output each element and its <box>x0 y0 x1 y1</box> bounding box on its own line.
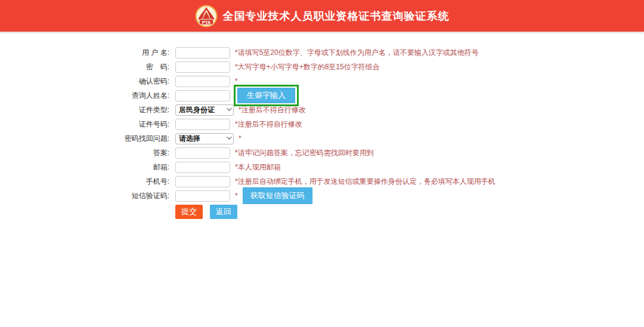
confirm-password-input[interactable] <box>175 76 230 87</box>
username-input[interactable] <box>175 47 230 58</box>
form-row-recovery-question: 密码找回问题: 请选择 * <box>0 131 644 146</box>
registration-form: 用 户 名: *请填写5至20位数字、字母或下划线作为用户名，请不要输入汉字或其… <box>0 45 644 218</box>
rare-character-input-button[interactable]: 生僻字输入 <box>237 88 295 103</box>
recovery-question-hint: * <box>239 134 242 143</box>
phone-label: 手机号: <box>0 177 172 187</box>
password-hint: *大写字母+小写字母+数字的8至15位字符组合 <box>235 62 380 72</box>
form-row-password: 密 码: *大写字母+小写字母+数字的8至15位字符组合 <box>0 60 644 74</box>
form-row-id-number: 证件号码: *注册后不得自行修改 <box>0 117 644 131</box>
email-hint: *本人现用邮箱 <box>235 162 281 172</box>
phone-hint: *注册后自动绑定手机，用于发送短信或重要操作身份认定，务必填写本人现用手机 <box>235 177 496 187</box>
username-hint: *请填写5至20位数字、字母或下划线作为用户名，请不要输入汉字或其他符号 <box>235 48 479 58</box>
recovery-question-selected-value: 请选择 <box>179 134 200 144</box>
query-name-label: 查询人姓名: <box>0 91 172 101</box>
answer-hint: *请牢记问题答案，忘记密码需找回时要用到 <box>235 148 374 158</box>
form-row-sms-code: 短信验证码: * 获取短信验证码 <box>0 189 644 203</box>
recovery-question-label: 密码找回问题: <box>0 134 172 144</box>
pta-logo-icon: PTA <box>195 5 218 27</box>
phone-input[interactable] <box>175 176 230 187</box>
answer-input[interactable] <box>175 147 230 159</box>
password-label: 密 码: <box>0 62 172 72</box>
confirm-password-hint: * <box>235 77 238 85</box>
sms-code-input[interactable] <box>175 190 230 202</box>
chevron-down-icon <box>227 106 231 110</box>
email-input[interactable] <box>175 162 230 173</box>
form-row-answer: 答案: *请牢记问题答案，忘记密码需找回时要用到 <box>0 146 644 160</box>
id-type-selected-value: 居民身份证 <box>179 105 215 115</box>
id-number-hint: *注册后不得自行修改 <box>235 119 302 129</box>
form-row-username: 用 户 名: *请填写5至20位数字、字母或下划线作为用户名，请不要输入汉字或其… <box>0 45 644 60</box>
header-bar: PTA 全国专业技术人员职业资格证书查询验证系统 <box>0 0 644 32</box>
chevron-down-icon <box>227 134 231 139</box>
form-row-id-type: 证件类型: 居民身份证 *注册后不得自行修改 <box>0 103 644 117</box>
back-button[interactable]: 返回 <box>210 205 237 219</box>
form-row-query-name: 查询人姓名: 生僻字输入 <box>0 88 644 103</box>
password-input[interactable] <box>175 61 230 73</box>
username-label: 用 户 名: <box>0 48 172 58</box>
id-type-select[interactable]: 居民身份证 <box>175 104 234 116</box>
id-type-hint: *注册后不得自行修改 <box>239 105 306 115</box>
submit-button[interactable]: 提交 <box>175 205 203 219</box>
sms-code-label: 短信验证码: <box>0 191 172 201</box>
recovery-question-select[interactable]: 请选择 <box>175 133 234 144</box>
svg-text:PTA: PTA <box>202 19 210 24</box>
id-type-label: 证件类型: <box>0 105 172 115</box>
get-sms-code-button[interactable]: 获取短信验证码 <box>243 187 312 204</box>
answer-label: 答案: <box>0 148 172 158</box>
confirm-password-label: 确认密码: <box>0 76 172 87</box>
page-title: 全国专业技术人员职业资格证书查询验证系统 <box>223 9 450 23</box>
form-actions: 提交 返回 <box>0 205 644 218</box>
form-row-email: 邮箱: *本人现用邮箱 <box>0 160 644 174</box>
form-row-phone: 手机号: *注册后自动绑定手机，用于发送短信或重要操作身份认定，务必填写本人现用… <box>0 174 644 189</box>
sms-code-hint: * <box>235 192 238 200</box>
highlight-box: 生僻字输入 <box>234 85 299 106</box>
email-label: 邮箱: <box>0 162 172 172</box>
form-row-confirm-password: 确认密码: * <box>0 74 644 88</box>
query-name-input[interactable] <box>175 90 230 101</box>
id-number-input[interactable] <box>175 119 230 130</box>
id-number-label: 证件号码: <box>0 119 172 129</box>
